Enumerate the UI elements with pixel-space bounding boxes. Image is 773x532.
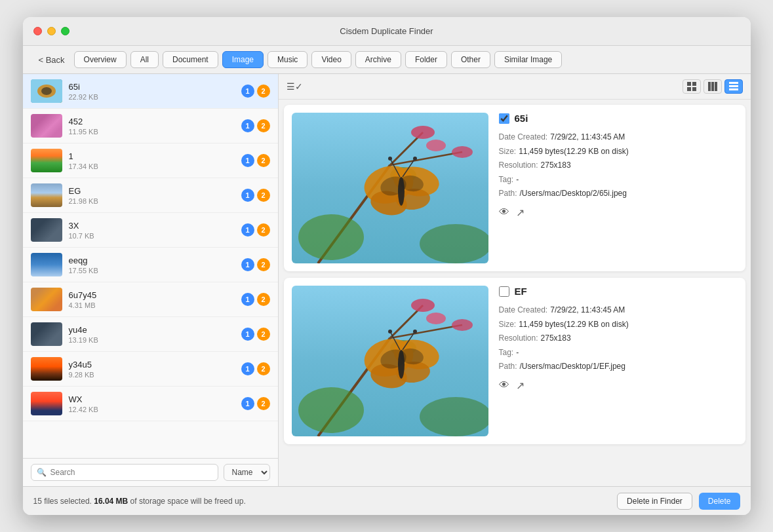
badge-2: 2 xyxy=(257,258,270,271)
back-button[interactable]: < Back xyxy=(33,52,70,67)
svg-rect-3 xyxy=(687,82,691,86)
svg-point-18 xyxy=(426,140,446,151)
item-name: 452 xyxy=(69,117,235,126)
list-item[interactable]: eeqg 17.55 KB 1 2 xyxy=(23,248,278,282)
item-name: EG xyxy=(69,186,235,196)
svg-point-40 xyxy=(452,319,473,331)
path-label: Path: xyxy=(499,187,517,201)
svg-rect-9 xyxy=(715,82,717,91)
svg-point-38 xyxy=(411,299,435,312)
size-value: 11,459 bytes(12.29 KB on disk) xyxy=(519,145,628,159)
item-name: 6u7y45 xyxy=(69,290,235,300)
list-item[interactable]: 1 17.34 KB 1 2 xyxy=(23,143,278,178)
preview-icon[interactable]: 👁 xyxy=(499,206,509,219)
butterfly-image-2 xyxy=(292,286,488,436)
tab-folder[interactable]: Folder xyxy=(405,51,447,68)
preview-icon[interactable]: 👁 xyxy=(499,379,509,392)
tab-video[interactable]: Video xyxy=(311,51,351,68)
size-value: 11,459 bytes(12.29 KB on disk) xyxy=(519,318,628,332)
item-size: 21.98 KB xyxy=(69,197,235,205)
list-item[interactable]: 452 11.95 KB 1 2 xyxy=(23,109,278,143)
meta-resolution-row: Resolution: 275x183 xyxy=(499,332,738,346)
list-item[interactable]: EG 21.98 KB 1 2 xyxy=(23,178,278,213)
item-thumbnail xyxy=(31,288,62,311)
svg-point-19 xyxy=(452,146,473,158)
item-name: 1 xyxy=(69,151,235,161)
tab-similar-image[interactable]: Similar Image xyxy=(494,51,562,68)
item-thumbnail xyxy=(31,218,62,242)
minimize-button[interactable] xyxy=(47,27,56,35)
meta-tag-row: Tag: - xyxy=(499,346,738,360)
item-size: 12.42 KB xyxy=(69,406,235,413)
detail-card: EF Date Created: 7/29/22, 11:43:45 AM Si… xyxy=(284,278,745,444)
svg-rect-8 xyxy=(711,82,714,91)
detail-info: 65i Date Created: 7/29/22, 11:43:45 AM S… xyxy=(499,113,738,219)
item-info: 65i 22.92 KB xyxy=(69,82,235,101)
view-list-button[interactable] xyxy=(724,79,743,94)
sidebar: 65i 22.92 KB 1 2 452 11.95 KB xyxy=(23,74,279,486)
meta-tag-row: Tag: - xyxy=(499,173,738,187)
maximize-button[interactable] xyxy=(61,27,69,35)
item-name: y34u5 xyxy=(69,360,235,370)
svg-rect-11 xyxy=(729,85,738,87)
view-grid-button[interactable] xyxy=(683,79,701,94)
sort-select[interactable]: Name Size Date xyxy=(224,464,270,481)
search-input-wrap[interactable]: 🔍 xyxy=(31,464,218,481)
list-item[interactable]: 3X 10.7 KB 1 2 xyxy=(23,213,278,248)
main-window: Cisdem Duplicate Finder < Back Overview … xyxy=(23,17,751,515)
badge-1: 1 xyxy=(241,293,254,306)
size-label: Size: xyxy=(499,145,517,159)
view-columns-button[interactable] xyxy=(704,79,722,94)
tab-music[interactable]: Music xyxy=(268,51,307,68)
tab-other[interactable]: Other xyxy=(451,51,490,68)
tab-image[interactable]: Image xyxy=(222,51,264,68)
open-external-icon[interactable]: ↗ xyxy=(516,379,525,392)
list-item[interactable]: 6u7y45 4.31 MB 1 2 xyxy=(23,282,278,317)
titlebar: Cisdem Duplicate Finder xyxy=(23,17,751,46)
tag-value: - xyxy=(516,173,519,187)
detail-actions: 👁 ↗ xyxy=(499,206,738,219)
list-item[interactable]: 65i 22.92 KB 1 2 xyxy=(23,74,278,109)
path-value: /Users/mac/Desktop/1/EF.jpeg xyxy=(520,360,625,374)
grid-icon xyxy=(687,82,696,91)
list-item[interactable]: WX 12.42 KB 1 2 xyxy=(23,387,278,421)
size-label: Size: xyxy=(499,318,517,332)
list-item[interactable]: yu4e 13.19 KB 1 2 xyxy=(23,317,278,352)
detail-image xyxy=(292,286,488,436)
meta-resolution-row: Resolution: 275x183 xyxy=(499,159,738,173)
filter-icon[interactable]: ☰✓ xyxy=(287,81,303,92)
item-thumbnail xyxy=(31,357,62,381)
path-value: /Users/mac/Desktop/2/65i.jpeg xyxy=(520,187,627,201)
date-value: 7/29/22, 11:43:45 AM xyxy=(550,130,625,145)
item-name: WX xyxy=(69,394,235,404)
close-button[interactable] xyxy=(33,27,42,35)
delete-in-finder-button[interactable]: Delete in Finder xyxy=(617,493,692,510)
list-item[interactable]: y34u5 9.28 KB 1 2 xyxy=(23,352,278,387)
detail-name: EF xyxy=(515,286,527,297)
resolution-value: 275x183 xyxy=(541,332,571,346)
badge-1: 1 xyxy=(241,258,254,271)
item-badges: 1 2 xyxy=(241,293,270,306)
item-thumbnail xyxy=(31,149,62,172)
bottom-actions: Delete in Finder Delete xyxy=(617,493,740,510)
storage-amount: 16.04 MB xyxy=(94,497,128,506)
item-info: 452 11.95 KB xyxy=(69,117,235,136)
card-checkbox[interactable] xyxy=(499,113,509,124)
delete-button[interactable]: Delete xyxy=(699,493,740,510)
tab-overview[interactable]: Overview xyxy=(74,51,127,68)
card-checkbox[interactable] xyxy=(499,286,509,297)
resolution-value: 275x183 xyxy=(541,159,571,173)
tag-label: Tag: xyxy=(499,173,514,187)
svg-point-33 xyxy=(420,224,488,263)
tab-all[interactable]: All xyxy=(130,51,159,68)
svg-point-39 xyxy=(426,313,446,324)
item-size: 11.95 KB xyxy=(69,128,235,136)
badge-1: 1 xyxy=(241,189,254,202)
open-external-icon[interactable]: ↗ xyxy=(516,206,525,219)
search-icon: 🔍 xyxy=(37,468,47,477)
tab-archive[interactable]: Archive xyxy=(355,51,401,68)
tab-document[interactable]: Document xyxy=(163,51,218,68)
search-input[interactable] xyxy=(50,468,212,477)
item-size: 10.7 KB xyxy=(69,232,235,240)
badge-1: 1 xyxy=(241,362,254,375)
